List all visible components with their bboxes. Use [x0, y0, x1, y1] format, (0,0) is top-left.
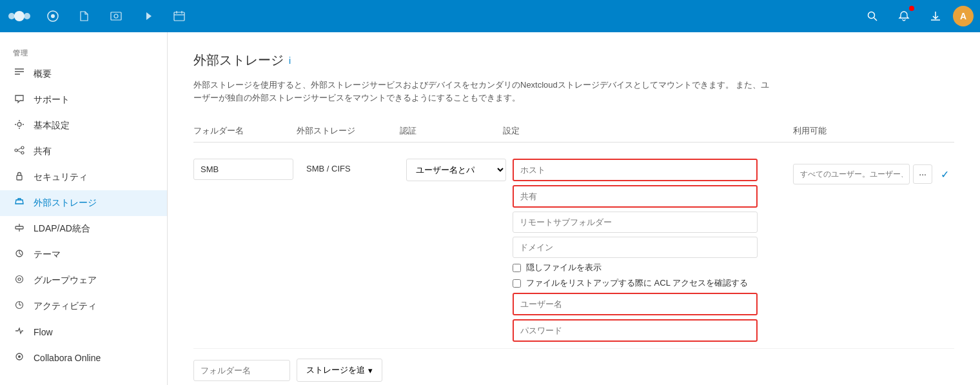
- storage-cell: SMB / CIFS: [300, 159, 403, 179]
- sidebar-item-basic-settings[interactable]: 基本設定: [0, 113, 167, 139]
- external-storage-label: 外部ストレージ: [34, 197, 154, 209]
- available-users-input[interactable]: [793, 164, 910, 184]
- storage-row: SMB / CIFS ユーザー名とパ 隠しファイルを表示: [193, 152, 954, 349]
- support-icon: [13, 94, 26, 106]
- svg-point-1: [8, 13, 15, 19]
- add-folder-input[interactable]: [193, 360, 290, 381]
- add-storage-button[interactable]: ストレージを追 ▾: [297, 359, 382, 382]
- check-acl-label: ファイルをリストアップする際に ACL アクセスを確認する: [526, 277, 748, 289]
- download-button[interactable]: [921, 2, 950, 30]
- calendar-nav-item[interactable]: [165, 2, 193, 30]
- logo[interactable]: [6, 3, 32, 29]
- sidebar-item-support[interactable]: サポート: [0, 87, 167, 113]
- remote-subfolder-input[interactable]: [513, 212, 758, 233]
- confirm-button[interactable]: ✓: [936, 164, 954, 184]
- username-input[interactable]: [513, 293, 758, 315]
- header-folder: フォルダー名: [193, 125, 297, 137]
- sidebar-item-ldap[interactable]: LDAP/AD統合: [0, 216, 167, 242]
- search-button[interactable]: [858, 2, 887, 30]
- svg-point-18: [21, 152, 24, 154]
- svg-point-6: [114, 14, 118, 18]
- page-title: 外部ストレージ i: [193, 52, 954, 69]
- notification-button[interactable]: [890, 2, 918, 30]
- collabora-icon: [13, 351, 26, 364]
- flow-icon: [13, 326, 26, 339]
- topbar-right: A: [858, 2, 974, 30]
- check-acl-row: ファイルをリストアップする際に ACL アクセスを確認する: [513, 277, 790, 289]
- overview-label: 概要: [34, 68, 154, 80]
- storage-type-text: SMB / CIFS: [300, 159, 400, 179]
- check-acl-checkbox[interactable]: [513, 279, 521, 288]
- main-content: 外部ストレージ i 外部ストレージを使用すると、外部ストレージサービスおよびデバ…: [168, 32, 980, 385]
- show-hidden-checkbox[interactable]: [513, 264, 521, 272]
- sidebar-item-sharing[interactable]: 共有: [0, 139, 167, 164]
- header-auth: 認証: [400, 125, 503, 137]
- sidebar-item-themes[interactable]: テーマ: [0, 242, 167, 268]
- svg-point-30: [18, 355, 21, 358]
- photos-nav-item[interactable]: [102, 2, 130, 30]
- host-input[interactable]: [513, 159, 758, 181]
- table-header: フォルダー名 外部ストレージ 認証 設定 利用可能: [193, 120, 954, 143]
- svg-rect-8: [174, 12, 184, 21]
- sidebar-item-collabora[interactable]: Collabora Online: [0, 345, 167, 371]
- security-label: セキュリティ: [34, 172, 154, 183]
- svg-rect-19: [17, 175, 22, 180]
- user-avatar[interactable]: A: [953, 6, 974, 26]
- sidebar-item-security[interactable]: セキュリティ: [0, 164, 167, 190]
- groupware-label: グループウェア: [34, 275, 154, 286]
- groupware-icon: [13, 274, 26, 287]
- sharing-label: 共有: [34, 146, 154, 157]
- svg-point-4: [51, 14, 55, 18]
- settings-column: 隠しファイルを表示 ファイルをリストアップする際に ACL アクセスを確認する: [513, 159, 790, 342]
- svg-point-2: [24, 13, 30, 19]
- page-title-text: 外部ストレージ: [193, 52, 284, 69]
- activity-label: アクティビティ: [34, 301, 154, 312]
- svg-rect-20: [15, 226, 23, 229]
- svg-point-12: [868, 12, 875, 19]
- security-icon: [13, 171, 26, 184]
- activity-icon: [13, 300, 26, 313]
- svg-point-25: [16, 276, 23, 283]
- password-input[interactable]: [513, 319, 758, 342]
- basic-settings-label: 基本設定: [34, 120, 154, 132]
- topbar-nav: [39, 2, 858, 30]
- activity-nav-item[interactable]: [133, 2, 162, 30]
- folder-cell: [193, 159, 297, 180]
- header-settings: 設定: [503, 125, 793, 137]
- themes-icon: [13, 248, 26, 261]
- collabora-label: Collabora Online: [34, 353, 154, 363]
- svg-point-24: [18, 278, 21, 281]
- add-storage-row: ストレージを追 ▾: [193, 349, 954, 385]
- header-storage: 外部ストレージ: [297, 125, 400, 137]
- files-nav-item[interactable]: [70, 2, 99, 30]
- sharing-icon: [13, 145, 26, 158]
- sidebar-item-overview[interactable]: 概要: [0, 61, 167, 87]
- topbar: A: [0, 0, 980, 32]
- auth-dropdown[interactable]: ユーザー名とパ: [406, 159, 506, 181]
- add-storage-label: ストレージを追: [306, 364, 365, 376]
- basic-settings-icon: [13, 119, 26, 132]
- svg-point-0: [14, 11, 24, 21]
- svg-point-15: [17, 123, 21, 126]
- folder-name-input[interactable]: [193, 159, 293, 180]
- layout: 管理 概要 サポート 基本設定 共有: [0, 32, 980, 385]
- available-cell: ··· ✓: [793, 159, 954, 184]
- share-input[interactable]: [513, 185, 758, 208]
- sidebar-item-external-storage[interactable]: 外部ストレージ: [0, 190, 167, 216]
- ldap-icon: [13, 222, 26, 235]
- sidebar-item-flow[interactable]: Flow: [0, 319, 167, 345]
- more-options-button[interactable]: ···: [913, 164, 932, 184]
- overview-icon: [13, 68, 26, 81]
- home-nav-item[interactable]: [39, 2, 67, 30]
- sidebar-item-groupware[interactable]: グループウェア: [0, 268, 167, 293]
- page-description: 外部ストレージを使用すると、外部ストレージサービスおよびデバイスをセカンダリのN…: [193, 79, 774, 104]
- header-available: 利用可能: [793, 125, 954, 137]
- svg-rect-5: [111, 12, 121, 20]
- ldap-label: LDAP/AD統合: [34, 223, 154, 235]
- auth-cell: ユーザー名とパ: [406, 159, 509, 181]
- svg-line-13: [874, 18, 877, 21]
- info-icon[interactable]: i: [289, 55, 291, 66]
- domain-input[interactable]: [513, 237, 758, 258]
- sidebar-item-activity[interactable]: アクティビティ: [0, 293, 167, 319]
- support-label: サポート: [34, 94, 154, 106]
